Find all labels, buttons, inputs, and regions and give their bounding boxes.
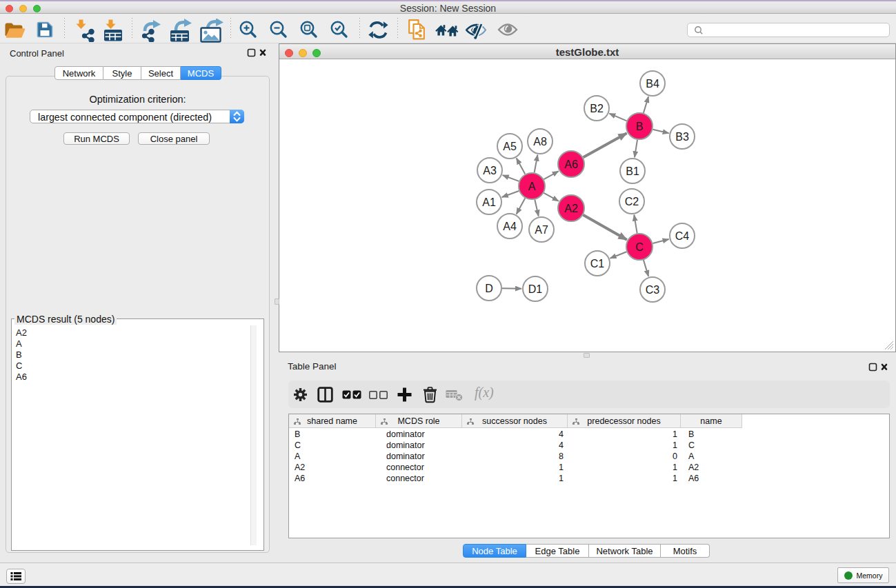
svg-text:A: A bbox=[528, 181, 536, 192]
svg-text:A2: A2 bbox=[564, 203, 578, 214]
svg-text:C2: C2 bbox=[625, 196, 639, 207]
svg-text:A6: A6 bbox=[564, 159, 578, 170]
svg-text:D: D bbox=[485, 283, 493, 294]
svg-text:D1: D1 bbox=[528, 283, 543, 295]
svg-text:B2: B2 bbox=[590, 103, 604, 114]
svg-text:B4: B4 bbox=[646, 78, 659, 90]
svg-text:B1: B1 bbox=[626, 165, 639, 177]
svg-text:C: C bbox=[635, 241, 644, 253]
svg-text:B3: B3 bbox=[675, 131, 689, 143]
svg-text:A4: A4 bbox=[503, 221, 517, 232]
svg-text:A7: A7 bbox=[535, 224, 548, 236]
svg-text:C4: C4 bbox=[675, 230, 690, 242]
svg-text:B: B bbox=[636, 121, 644, 132]
svg-text:C1: C1 bbox=[590, 258, 605, 270]
svg-text:A1: A1 bbox=[482, 196, 496, 208]
svg-text:A3: A3 bbox=[483, 165, 497, 176]
svg-text:A8: A8 bbox=[533, 136, 547, 148]
svg-text:C3: C3 bbox=[646, 284, 660, 296]
svg-text:A5: A5 bbox=[503, 141, 517, 152]
